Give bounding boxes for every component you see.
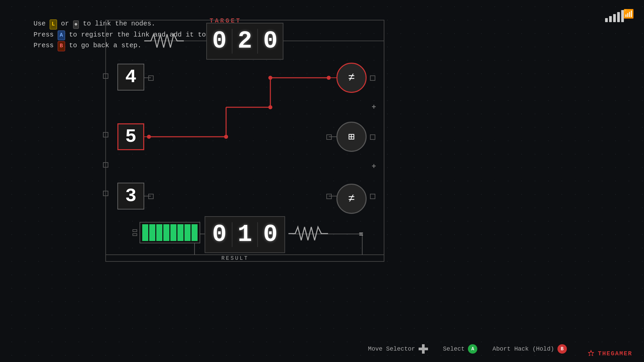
charge-bar-4 <box>163 224 169 241</box>
dpad-icon <box>419 344 428 354</box>
plus-top: + <box>372 103 376 112</box>
result-label: RESULT <box>221 255 249 261</box>
component-bottom-icon: ≠ <box>348 192 355 205</box>
equals-symbol: = <box>359 231 363 239</box>
component-top-icon: ≠ <box>348 71 355 84</box>
top-resistor <box>144 30 211 52</box>
key-stick: ⊕ <box>73 20 79 29</box>
target-digit-2: 2 <box>233 27 257 55</box>
key-l: L <box>50 19 57 29</box>
bottom-resistor <box>288 223 356 245</box>
signal-bar-1 <box>605 18 608 22</box>
component-middle-icon: ⊞ <box>348 130 355 143</box>
result-display: 0 1 0 <box>205 216 285 253</box>
move-selector-control: Move Selector <box>368 344 428 354</box>
result-digit-2: 1 <box>233 221 257 248</box>
target-digit-3: 0 <box>259 27 282 55</box>
a-button-icon: A <box>468 344 477 354</box>
logo-icon <box>587 349 595 358</box>
charge-bar-2 <box>149 224 155 241</box>
target-sep-1 <box>232 29 232 54</box>
result-digit-3: 0 <box>259 221 282 248</box>
select-control: Select A <box>443 344 478 354</box>
plus-bottom: + <box>372 163 376 171</box>
svg-point-38 <box>590 352 592 355</box>
result-sep-2 <box>257 222 258 247</box>
abort-control: Abort Hack (Hold) B <box>492 344 567 354</box>
thegamer-logo: THEGAMER <box>587 349 632 358</box>
controls-bar: Move Selector Select A Abort Hack (Hold)… <box>0 344 644 354</box>
b-button-icon: B <box>557 344 567 354</box>
component-middle[interactable]: ⊞ <box>336 122 367 152</box>
charge-bar-3 <box>156 224 162 241</box>
key-b: B <box>58 41 65 51</box>
charge-bar-5 <box>170 224 176 241</box>
component-bottom[interactable]: ≠ <box>336 184 367 214</box>
signal-bars <box>605 10 624 22</box>
target-display: 0 2 0 <box>206 23 283 60</box>
charge-bar-7 <box>184 224 191 241</box>
number-node-3[interactable]: 3 <box>117 183 144 209</box>
brand-name: THEGAMER <box>598 350 632 357</box>
charge-display <box>132 222 200 243</box>
signal-bar-4 <box>617 12 620 22</box>
charge-bar-1 <box>142 224 148 241</box>
target-sep-2 <box>257 29 258 54</box>
charge-bar-6 <box>177 224 183 241</box>
grid-background <box>0 0 644 362</box>
number-node-5[interactable]: 5 <box>117 123 144 150</box>
charge-bars-container <box>140 222 200 243</box>
charge-connector-bot <box>132 233 137 236</box>
number-node-4[interactable]: 4 <box>117 64 144 90</box>
charge-bar-8 <box>192 224 198 241</box>
component-top[interactable]: ≠ <box>336 63 367 93</box>
key-a-register: A <box>58 31 65 41</box>
signal-bar-2 <box>609 16 612 22</box>
charge-connector-top <box>132 229 137 232</box>
result-sep-1 <box>232 222 232 247</box>
wifi-icon: 📶 <box>623 9 634 19</box>
signal-bar-3 <box>613 14 616 22</box>
result-digit-1: 0 <box>208 221 231 248</box>
